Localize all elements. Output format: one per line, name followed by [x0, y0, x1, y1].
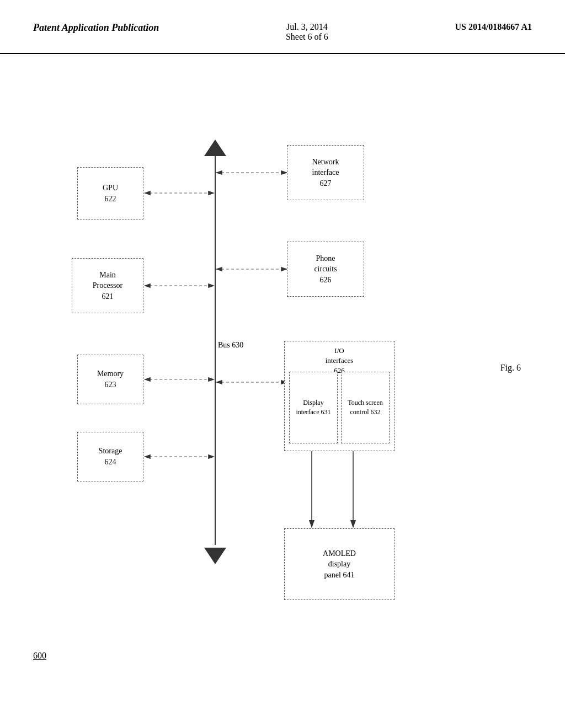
publication-title: Patent Application Publication: [33, 22, 159, 34]
svg-marker-4: [204, 140, 226, 156]
memory-box: Memory 623: [77, 355, 143, 404]
svg-marker-5: [204, 548, 226, 564]
phone-circuits-box: Phone circuits 626: [287, 242, 364, 297]
patent-number: US 2014/0184667 A1: [455, 22, 532, 32]
main-processor-box: Main Processor 621: [72, 258, 143, 313]
network-interface-box: Network interface 627: [287, 145, 364, 200]
storage-box: Storage 624: [77, 432, 143, 481]
diagram-reference: 600: [33, 651, 46, 661]
header-center: Jul. 3, 2014 Sheet 6 of 6: [286, 22, 328, 42]
amoled-box: AMOLED display panel 641: [284, 528, 395, 600]
figure-label: Fig. 6: [500, 363, 521, 373]
bus-label: Bus 630: [218, 341, 243, 350]
sheet-info: Sheet 6 of 6: [286, 32, 328, 42]
gpu-box: GPU 622: [77, 167, 143, 220]
display-interface-box: Display interface 631: [289, 372, 338, 443]
diagram-area: GPU 622 Main Processor 621 Memory 623 St…: [0, 54, 565, 694]
page-header: Patent Application Publication Jul. 3, 2…: [0, 0, 565, 54]
publication-date: Jul. 3, 2014: [286, 22, 328, 32]
touch-screen-box: Touch screen control 632: [341, 372, 390, 443]
io-interfaces-box: I/O interfaces 626 Display interface 631…: [284, 341, 395, 451]
